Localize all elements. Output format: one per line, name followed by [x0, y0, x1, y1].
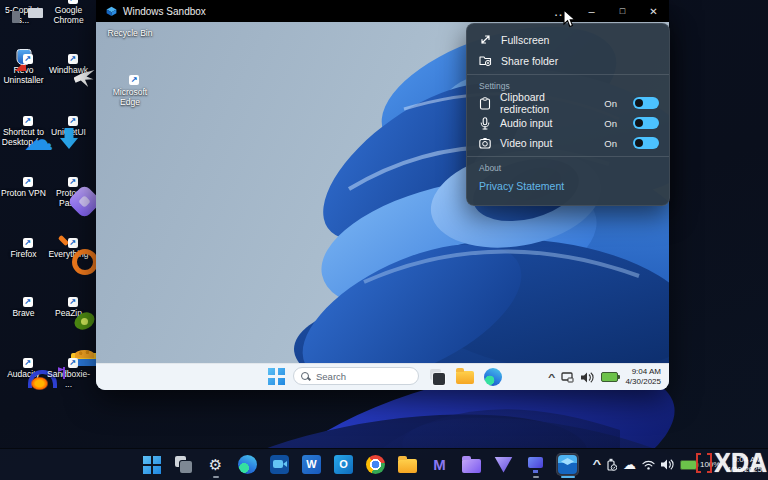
desktop-icon-brave[interactable]: ↗ Brave: [1, 306, 46, 318]
desktop-icon-firefox[interactable]: ↗ Firefox: [1, 247, 46, 259]
host-date: 4/30/2025: [726, 465, 762, 475]
file-explorer-icon: [398, 459, 417, 473]
windows-sandbox-taskbar-button[interactable]: [556, 453, 579, 476]
toggle-label: Audio input: [500, 117, 595, 129]
menu-item-share-folder[interactable]: Share folder: [467, 50, 669, 71]
desktop-icon-proton-vpn[interactable]: ↗ Proton VPN: [1, 186, 46, 198]
desktop-icon-everything[interactable]: ↗ Everything: [46, 247, 91, 259]
desktop-icon-peazip[interactable]: ↗ PeaZip: [46, 306, 91, 318]
tray-chevron-up-icon[interactable]: ^: [593, 459, 602, 470]
proton-drive-icon: [462, 459, 481, 473]
proton-mail-button[interactable]: M: [428, 453, 451, 476]
start-button[interactable]: [268, 368, 285, 385]
maximize-button[interactable]: □: [607, 0, 638, 22]
battery-icon[interactable]: [680, 460, 697, 470]
menu-toggle-audio-input: Audio input On: [467, 113, 669, 133]
gear-icon: ⚙: [206, 455, 225, 474]
proton-vpn-button[interactable]: [492, 453, 515, 476]
tray-chevron-up-icon[interactable]: ^: [548, 372, 555, 382]
outlook-button[interactable]: O: [332, 453, 355, 476]
toggle-state-text: On: [604, 118, 617, 129]
shortcut-arrow-icon: ↗: [23, 297, 33, 307]
host-clock[interactable]: 9:04 AM 4/30/2025: [726, 455, 762, 475]
shortcut-arrow-icon: ↗: [68, 238, 78, 248]
search-placeholder: Search: [316, 371, 346, 382]
task-view-icon: [174, 455, 193, 474]
file-explorer-button[interactable]: [456, 371, 474, 384]
proton-vpn-icon: [494, 455, 513, 474]
toggle-label: Video input: [500, 137, 595, 149]
desktop-icon-windhawk[interactable]: ↗ Windhawk: [46, 63, 91, 75]
clipboard-toggle-switch[interactable]: [633, 97, 659, 109]
settings-button[interactable]: ⚙: [204, 453, 227, 476]
battery-icon[interactable]: [601, 372, 618, 382]
onedrive-cloud-icon[interactable]: ☁: [623, 458, 636, 471]
menu-item-fullscreen[interactable]: Fullscreen: [467, 29, 669, 50]
word-icon: W: [302, 455, 321, 474]
desktop-icon-audacity[interactable]: ↗ Audacity: [1, 367, 46, 379]
fullscreen-icon: [479, 33, 492, 46]
shortcut-arrow-icon: ↗: [68, 54, 78, 64]
screen: 5-Copilot-s... ↗ Google Chrome ↗ Revo Un…: [0, 0, 768, 480]
proton-drive-button[interactable]: [460, 453, 483, 476]
menu-section-about: About: [467, 160, 669, 175]
microphone-icon: [479, 117, 491, 130]
network-display-icon[interactable]: [561, 372, 574, 383]
toggle-label: Clipboard redirection: [500, 91, 595, 115]
host-time: 9:04 AM: [726, 455, 762, 465]
toggle-state-text: On: [604, 138, 617, 149]
wifi-icon[interactable]: [642, 460, 655, 470]
monitor-app-button[interactable]: [524, 453, 547, 476]
sandbox-time: 9:04 AM: [625, 367, 661, 377]
desktop-icon-google-chrome[interactable]: ↗ Google Chrome: [46, 3, 91, 25]
video-toggle-switch[interactable]: [633, 137, 659, 149]
sandbox-date: 4/30/2025: [625, 377, 661, 387]
minimize-button[interactable]: –: [576, 0, 607, 22]
edge-button-host[interactable]: [236, 453, 259, 476]
desktop-icon-shortcut-to-desktop[interactable]: ☁ ↗ Shortcut to Desktop (...: [1, 125, 46, 147]
task-view-button[interactable]: [172, 453, 195, 476]
host-taskbar: ⚙ W O M ^ ☁: [0, 448, 768, 480]
shortcut-arrow-icon: ↗: [23, 177, 33, 187]
proton-mail-icon: M: [430, 455, 449, 474]
sandbox-options-menu: Fullscreen Share folder Settings Clipboa…: [466, 23, 670, 206]
windows-sandbox-app-icon: [105, 5, 118, 18]
sandbox-clock[interactable]: 9:04 AM 4/30/2025: [625, 367, 661, 387]
menu-divider: [467, 74, 669, 75]
desktop-icon-copilot-screenshot[interactable]: 5-Copilot-s...: [1, 3, 46, 25]
desktop-icon-label: Google Chrome: [46, 5, 91, 25]
sandbox-desktop-icon-label: Recycle Bin: [103, 28, 157, 38]
sandbox-taskbar: Search ^ 9:04 AM 4/30/2025: [96, 363, 669, 390]
menu-toggle-video-input: Video input On: [467, 133, 669, 153]
speaker-icon[interactable]: [661, 459, 674, 470]
outlook-icon: O: [334, 455, 353, 474]
menu-divider: [467, 156, 669, 157]
speaker-icon[interactable]: [581, 372, 594, 383]
window-titlebar: Windows Sandbox … – □ ✕: [96, 0, 669, 22]
desktop-icon-label: Proton VPN: [1, 188, 46, 198]
sandbox-desktop-icon-recycle-bin[interactable]: ♻ Recycle Bin: [103, 25, 157, 38]
desktop-icon-label: Sandboxie-...: [46, 369, 91, 389]
word-button[interactable]: W: [300, 453, 323, 476]
chrome-button[interactable]: [364, 453, 387, 476]
usb-safely-remove-icon[interactable]: [606, 458, 617, 471]
camera-app-button[interactable]: [268, 453, 291, 476]
search-input[interactable]: Search: [293, 367, 419, 385]
taskbar-app-dark-squares[interactable]: [428, 368, 446, 386]
menu-toggle-clipboard-redirection: Clipboard redirection On: [467, 93, 669, 113]
shortcut-arrow-icon: ↗: [23, 238, 33, 248]
edge-button[interactable]: [484, 368, 502, 386]
file-explorer-button-host[interactable]: [396, 453, 419, 476]
audio-toggle-switch[interactable]: [633, 117, 659, 129]
close-button[interactable]: ✕: [638, 0, 669, 22]
privacy-statement-link[interactable]: Privacy Statement: [467, 175, 669, 197]
sandbox-desktop-icon-microsoft-edge[interactable]: ↗ Microsoft Edge: [103, 84, 157, 107]
desktop-icon-revo-uninstaller[interactable]: ↗ Revo Uninstaller: [1, 63, 46, 85]
desktop-icon-proton-pass[interactable]: ↗ Proton Pass: [46, 186, 91, 208]
host-start-button[interactable]: [140, 453, 163, 476]
menu-item-label: Fullscreen: [501, 34, 549, 46]
desktop-icon-unigetui[interactable]: ↗ UniGetUI: [46, 125, 91, 137]
desktop-icon-sandboxie[interactable]: ↗ Sandboxie-...: [46, 367, 91, 389]
menu-item-label: Share folder: [501, 55, 558, 67]
shortcut-arrow-icon: ↗: [23, 54, 33, 64]
